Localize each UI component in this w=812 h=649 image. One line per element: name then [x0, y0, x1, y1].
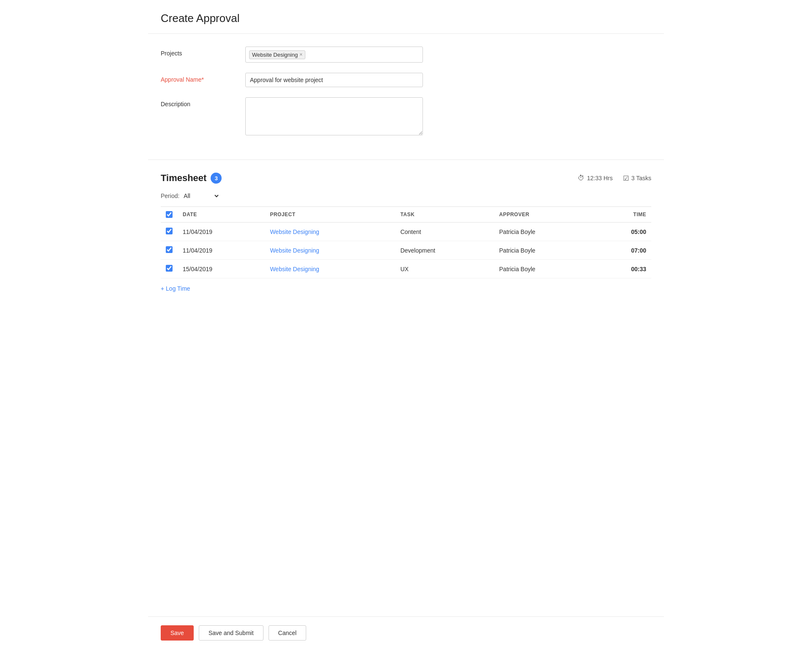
row-checkbox-cell[interactable]	[161, 223, 178, 241]
log-time-link[interactable]: + Log Time	[161, 283, 190, 294]
description-row: Description	[161, 97, 651, 137]
total-tasks-value: 3 Tasks	[631, 175, 651, 182]
row-date: 11/04/2019	[178, 241, 265, 260]
period-select[interactable]: All This Week This Month	[182, 192, 220, 200]
row-task: Development	[395, 241, 494, 260]
col-header-approver: APPROVER	[494, 207, 595, 223]
project-tag-label: Website Designing	[252, 52, 298, 58]
total-hours-value: 12:33 Hrs	[587, 175, 613, 182]
cancel-button[interactable]: Cancel	[269, 625, 307, 641]
project-tag: Website Designing ×	[249, 50, 305, 59]
row-time: 00:33	[596, 260, 651, 278]
approval-name-row: Approval Name*	[161, 73, 651, 87]
row-approver: Patricia Boyle	[494, 260, 595, 278]
row-task: Content	[395, 223, 494, 241]
projects-tag-input[interactable]: Website Designing ×	[245, 47, 423, 63]
tasks-icon: ☑	[623, 174, 629, 182]
description-textarea[interactable]	[245, 97, 423, 135]
row-project-link[interactable]: Website Designing	[270, 247, 319, 254]
save-submit-button[interactable]: Save and Submit	[199, 625, 263, 641]
clock-icon: ⏱	[578, 174, 584, 182]
page-title: Create Approval	[161, 12, 651, 25]
row-checkbox-cell[interactable]	[161, 241, 178, 260]
approval-name-label: Approval Name*	[161, 73, 245, 83]
table-row: 11/04/2019 Website Designing Content Pat…	[161, 223, 651, 241]
timesheet-table: DATE PROJECT TASK APPROVER TIME 11/04/20…	[161, 206, 651, 278]
row-project[interactable]: Website Designing	[265, 241, 395, 260]
form-section: Projects Website Designing × Approval Na…	[148, 34, 664, 160]
approval-name-input[interactable]	[245, 73, 423, 87]
timesheet-title-area: Timesheet 3	[161, 173, 222, 184]
row-project[interactable]: Website Designing	[265, 260, 395, 278]
col-header-time: TIME	[596, 207, 651, 223]
row-task: UX	[395, 260, 494, 278]
total-tasks-item: ☑ 3 Tasks	[623, 174, 651, 182]
col-header-checkbox	[161, 207, 178, 223]
project-tag-remove[interactable]: ×	[299, 52, 302, 57]
timesheet-header: Timesheet 3 ⏱ 12:33 Hrs ☑ 3 Tasks	[161, 173, 651, 184]
row-checkbox[interactable]	[166, 228, 173, 234]
projects-row: Projects Website Designing ×	[161, 47, 651, 63]
projects-field[interactable]: Website Designing ×	[245, 47, 423, 63]
row-checkbox[interactable]	[166, 246, 173, 253]
row-checkbox-cell[interactable]	[161, 260, 178, 278]
row-project-link[interactable]: Website Designing	[270, 228, 319, 235]
approval-name-field[interactable]	[245, 73, 423, 87]
row-approver: Patricia Boyle	[494, 241, 595, 260]
col-header-date: DATE	[178, 207, 265, 223]
row-checkbox[interactable]	[166, 265, 173, 272]
footer-bar: Save Save and Submit Cancel	[148, 616, 664, 649]
save-button[interactable]: Save	[161, 625, 194, 641]
description-label: Description	[161, 97, 245, 107]
row-date: 11/04/2019	[178, 223, 265, 241]
col-header-task: TASK	[395, 207, 494, 223]
period-filter: Period: All This Week This Month	[161, 192, 651, 200]
table-header-row: DATE PROJECT TASK APPROVER TIME	[161, 207, 651, 223]
row-project[interactable]: Website Designing	[265, 223, 395, 241]
period-label: Period:	[161, 192, 179, 199]
row-project-link[interactable]: Website Designing	[270, 266, 319, 272]
projects-label: Projects	[161, 47, 245, 57]
row-time: 07:00	[596, 241, 651, 260]
timesheet-badge: 3	[211, 173, 222, 184]
row-approver: Patricia Boyle	[494, 223, 595, 241]
timesheet-section: Timesheet 3 ⏱ 12:33 Hrs ☑ 3 Tasks Period…	[148, 160, 664, 298]
table-row: 11/04/2019 Website Designing Development…	[161, 241, 651, 260]
description-field[interactable]	[245, 97, 423, 137]
timesheet-meta: ⏱ 12:33 Hrs ☑ 3 Tasks	[578, 174, 651, 182]
row-time: 05:00	[596, 223, 651, 241]
total-hours-item: ⏱ 12:33 Hrs	[578, 174, 613, 182]
col-header-project: PROJECT	[265, 207, 395, 223]
table-row: 15/04/2019 Website Designing UX Patricia…	[161, 260, 651, 278]
select-all-checkbox[interactable]	[166, 211, 173, 218]
timesheet-title: Timesheet	[161, 173, 206, 184]
row-date: 15/04/2019	[178, 260, 265, 278]
